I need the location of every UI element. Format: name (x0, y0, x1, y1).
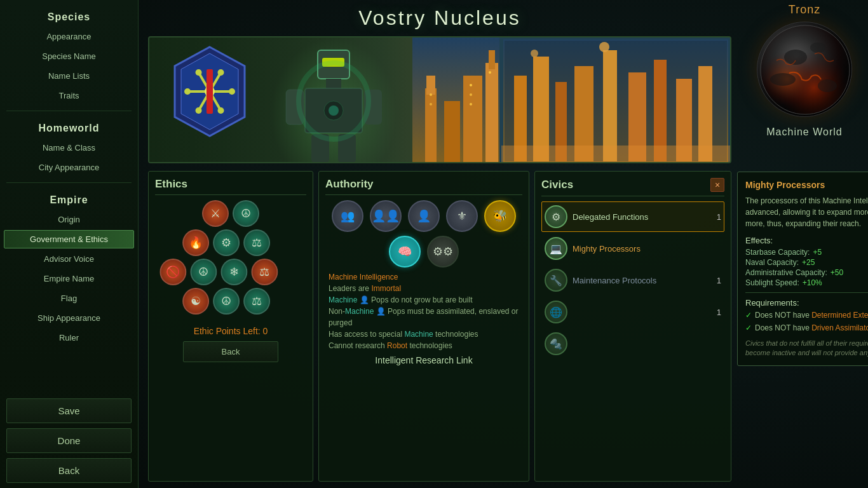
civic-count-3: 1 (711, 276, 721, 285)
ethic-icon-3b[interactable]: ☮ (190, 259, 217, 285)
sidebar-item-advisor-voice[interactable]: Advisor Voice (4, 250, 134, 268)
effect-label-2: Naval Capacity: (745, 258, 799, 267)
sidebar-item-name-class[interactable]: Name & Class (4, 139, 134, 157)
divider-2 (6, 182, 132, 183)
sidebar-item-city-appearance[interactable]: City Appearance (4, 158, 134, 177)
tooltip-body: The processors of this Machine Intellige… (745, 195, 868, 229)
bottom-section: Ethics ⚔ ☮ 🔥 ⚙ ⚖ 🚫 (148, 171, 731, 482)
authority-btn-4[interactable]: ⚜ (446, 200, 478, 232)
ethic-icon-3d[interactable]: ⚖ (251, 259, 278, 285)
svg-point-9 (218, 107, 224, 114)
authority-btn-2[interactable]: 👤👤 (370, 200, 402, 232)
effect-value-2: +25 (802, 258, 815, 267)
ethic-points-label: Ethic Points Left: (194, 326, 261, 336)
city-backdrop (412, 37, 730, 163)
svg-point-56 (810, 43, 825, 53)
ethic-icon-4c[interactable]: ⚖ (243, 288, 270, 315)
ethic-icon-3c[interactable]: ❄ (220, 259, 247, 285)
ethic-icon-2c[interactable]: ⚖ (243, 229, 270, 256)
civic-icon-1: ⚙ (545, 205, 567, 228)
sidebar-item-name-lists[interactable]: Name Lists (4, 67, 134, 85)
authority-description: Machine Intelligence Leaders are Immorta… (325, 271, 522, 351)
sidebar-item-ship-appearance[interactable]: Ship Appearance (4, 309, 134, 327)
svg-rect-43 (603, 50, 617, 161)
authority-btn-5[interactable]: 🐝 (484, 200, 516, 232)
species-heading: Species (0, 5, 138, 27)
mighty-processors-tooltip: Mighty Processors The processors of this… (737, 172, 868, 366)
svg-point-8 (196, 69, 202, 76)
sidebar-item-traits[interactable]: Traits (4, 86, 134, 105)
tooltip-effect-4: Sublight Speed: +10% (745, 278, 868, 287)
sidebar-item-ruler[interactable]: Ruler (4, 329, 134, 347)
ethics-title: Ethics (155, 178, 306, 195)
main-content: Vostry Nucleus (139, 0, 741, 488)
sidebar-item-species-name[interactable]: Species Name (4, 47, 134, 65)
civic-item-1[interactable]: ⚙ Delegated Functions 1 (541, 201, 724, 232)
spacer (0, 348, 138, 396)
civic-count-1: 1 (711, 212, 721, 222)
civic-name-3: Maintenance Protocols (573, 276, 706, 285)
back-button[interactable]: Back (6, 458, 132, 483)
svg-rect-26 (426, 76, 435, 95)
authority-btn-3[interactable]: 👤 (408, 200, 440, 232)
ethic-icon-2b[interactable]: ⚙ (213, 229, 240, 256)
civic-name-2: Mighty Processors (573, 244, 706, 254)
sidebar-item-origin[interactable]: Origin (4, 210, 134, 229)
auth-desc-non-machine: Non-Machine 👤 Pops must be assimilated, … (329, 306, 519, 329)
authority-row-2: 🧠 ⚙⚙ (325, 236, 522, 268)
sidebar-item-flag[interactable]: Flag (4, 289, 134, 308)
svg-point-31 (430, 93, 432, 96)
civics-list: ⚙ Delegated Functions 1 💻 Mighty Process… (541, 201, 724, 475)
ethic-icon-3a[interactable]: 🚫 (159, 259, 186, 285)
authority-row-1: 👥 👤👤 👤 ⚜ 🐝 (325, 200, 522, 232)
tooltip-req-1: ✓ Does NOT have Determined Exterminator … (745, 310, 868, 321)
civic-icon-2: 💻 (545, 237, 567, 260)
ethic-icon-2a[interactable]: 🔥 (182, 229, 209, 256)
civics-header: Civics × (541, 178, 724, 196)
civic-item-3[interactable]: 🔧 Maintenance Protocols 1 (541, 265, 724, 295)
ethic-icon-4b[interactable]: ☮ (213, 288, 240, 315)
save-button[interactable]: Save (6, 398, 132, 423)
req-link-2: Driven Assimilator (811, 323, 868, 332)
svg-point-10 (218, 69, 224, 76)
civics-close-button[interactable]: × (710, 178, 724, 192)
ethic-icon-militarist[interactable]: ⚔ (202, 200, 229, 227)
svg-point-6 (184, 88, 191, 95)
sidebar-item-government-ethics[interactable]: Government & Ethics (4, 230, 134, 248)
svg-point-34 (470, 93, 472, 96)
req-text-2: Does NOT have Driven Assimilator Civic (755, 323, 868, 334)
req-text-1: Does NOT have Determined Exterminator Ci… (755, 310, 868, 321)
auth-desc-leaders: Leaders are Immortal (329, 283, 519, 294)
civic-item-4[interactable]: 🌐 1 (541, 297, 724, 327)
preview-banner (148, 36, 731, 163)
ethic-icon-pacifist[interactable]: ☮ (233, 200, 259, 227)
ethics-panel: Ethics ⚔ ☮ 🔥 ⚙ ⚖ 🚫 (148, 171, 313, 482)
authority-btn-selected-2[interactable]: ⚙⚙ (427, 236, 459, 268)
civic-icon-5: 🔩 (545, 332, 567, 355)
ethics-back-button[interactable]: Back (183, 341, 279, 362)
svg-point-11 (196, 107, 202, 114)
divider-1 (6, 111, 132, 111)
svg-point-55 (784, 50, 807, 65)
civic-item-5[interactable]: 🔩 (541, 329, 724, 359)
homeworld-heading: Homeworld (0, 116, 138, 138)
authority-btn-selected-1[interactable]: 🧠 (389, 236, 421, 268)
svg-point-32 (430, 103, 432, 105)
robot-character (270, 37, 397, 163)
done-button[interactable]: Done (6, 428, 132, 453)
ethic-icon-4a[interactable]: ☯ (182, 288, 209, 315)
civic-name-1: Delegated Functions (573, 212, 706, 222)
sidebar-item-empire-name[interactable]: Empire Name (4, 269, 134, 288)
authority-btn-1[interactable]: 👥 (332, 200, 363, 232)
sidebar-item-appearance[interactable]: Appearance (4, 27, 134, 46)
effect-value-4: +10% (803, 278, 822, 287)
svg-point-58 (818, 79, 837, 92)
effect-label-3: Administrative Capacity: (745, 268, 827, 277)
effect-label-4: Sublight Speed: (745, 278, 799, 287)
tooltip-requirements: Requirements: ✓ Does NOT have Determined… (745, 292, 868, 334)
ethics-row-3: 🚫 ☮ ❄ ⚖ (159, 259, 278, 285)
svg-rect-15 (326, 79, 341, 88)
tooltip-effect-2: Naval Capacity: +25 (745, 258, 868, 267)
civic-item-2[interactable]: 💻 Mighty Processors (541, 233, 724, 264)
civic-icon-3: 🔧 (545, 269, 567, 292)
